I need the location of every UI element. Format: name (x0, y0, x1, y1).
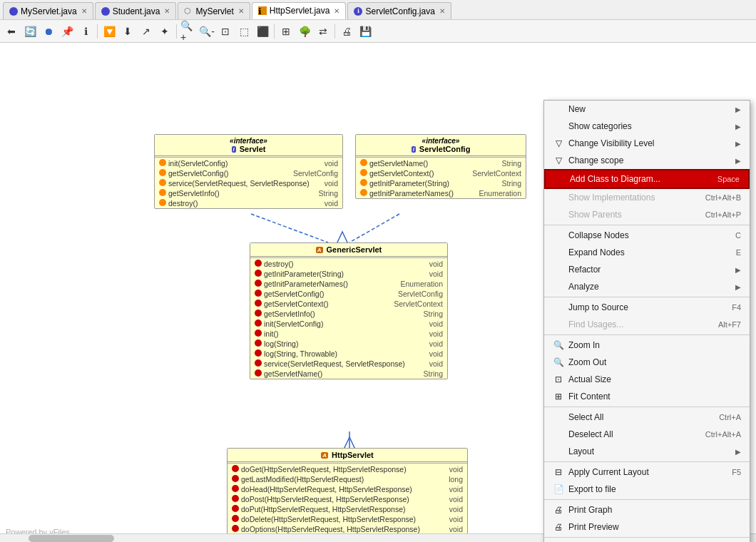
sc-m4-icon (360, 189, 367, 196)
ctx-collapse-nodes[interactable]: Collapse Nodes C (544, 227, 750, 244)
ctx-actual-size[interactable]: ⊡ Actual Size (544, 371, 750, 388)
ctx-fit-content[interactable]: ⊞ Fit Content (544, 388, 750, 405)
ctx-refactor[interactable]: Refactor ▶ (544, 261, 750, 278)
toolbar-zoom-fit-btn[interactable]: ⊡ (217, 23, 234, 40)
toolbar-export-btn[interactable]: ⬚ (235, 23, 252, 40)
toolbar-grid-btn[interactable]: ⊞ (277, 23, 295, 40)
ctx-deselect-all-label: Deselect All (568, 429, 700, 439)
tab-httpservlet-java[interactable]: ℹ HttpServlet.java ✕ (252, 2, 347, 19)
ctx-zoom-in-label: Zoom In (568, 340, 741, 350)
ctx-show-implementations-icon (553, 192, 564, 203)
gs-m6-icon (255, 310, 262, 317)
servletconfig-method-1: getServletName() String (356, 158, 526, 168)
toolbar-refresh-btn[interactable]: 🔄 (21, 23, 39, 40)
toolbar-tree-btn[interactable]: 🌳 (296, 23, 313, 40)
servletconfig-header: «interface» I ServletConfig (356, 135, 526, 156)
tab-myservlet-diagram[interactable]: ⬡ MyServlet ✕ (178, 2, 250, 19)
ctx-print-graph[interactable]: 🖨 Print Graph (544, 501, 750, 518)
toolbar-home-btn[interactable]: ⏺ (40, 23, 57, 40)
ctx-apply-layout[interactable]: ⊟ Apply Current Layout F5 (544, 464, 750, 481)
gs-method-2: getInitParameter(String) void (250, 269, 447, 279)
ctx-fit-content-icon: ⊞ (553, 391, 564, 402)
toolbar-back-btn[interactable]: ⬅ (3, 23, 20, 40)
hs-method-5: doPut(HttpServletRequest, HttpServletRes… (228, 504, 467, 514)
toolbar-btn3[interactable]: ↗ (138, 23, 155, 40)
ctx-layout[interactable]: Layout ▶ (544, 443, 750, 460)
httpservlet-title: HttpServlet (332, 451, 374, 459)
httpservlet-icon: A (321, 452, 328, 459)
ctx-print-preview[interactable]: 🖨 Print Preview (544, 518, 750, 536)
toolbar-import-btn[interactable]: ⬛ (254, 23, 271, 40)
toolbar-layout-btn[interactable]: ⇄ (315, 23, 332, 40)
ctx-refactor-icon (553, 264, 564, 275)
tab-close-servletconfig-java[interactable]: ✕ (439, 7, 445, 15)
servlet-header: «interface» I Servlet (155, 135, 342, 156)
toolbar-btn4[interactable]: ✦ (156, 23, 173, 40)
servlet-class-box[interactable]: «interface» I Servlet init(ServletConfig… (154, 134, 343, 209)
tab-servletconfig-java[interactable]: ℹ ServletConfig.java ✕ (347, 2, 451, 19)
httpservlet-class-box[interactable]: A HttpServlet doGet(HttpServletRequest, … (227, 448, 468, 542)
servlet-method4-icon (159, 189, 166, 196)
gs-m7-icon (255, 319, 262, 327)
tab-label-myservlet-java: MyServlet.java (21, 6, 77, 16)
servletconfig-class-box[interactable]: «interface» I ServletConfig getServletNa… (355, 134, 526, 199)
servletconfig-method-2: getServletContext() ServletContext (356, 168, 526, 178)
ctx-add-class[interactable]: Add Class to Diagram... Space (544, 169, 750, 189)
toolbar-print-btn[interactable]: 🖨 (338, 23, 355, 40)
gs-m1-icon (255, 260, 262, 267)
tab-icon-myservlet-java (9, 7, 18, 16)
genericservlet-class-box[interactable]: A GenericServlet destroy() void getInitP… (250, 242, 448, 379)
tab-close-myservlet-java[interactable]: ✕ (81, 7, 87, 15)
tab-myservlet-java[interactable]: MyServlet.java ✕ (3, 2, 93, 19)
ctx-select-all[interactable]: Select All Ctrl+A (544, 409, 750, 426)
ctx-apply-layout-shortcut: F5 (732, 468, 741, 476)
hscroll-thumb[interactable] (29, 535, 114, 542)
tab-label-myservlet-diagram: MyServlet (195, 6, 233, 16)
toolbar-zoom-out-btn[interactable]: 🔍- (198, 23, 215, 40)
ctx-sep2 (544, 297, 750, 297)
toolbar-zoom-in-btn[interactable]: 🔍+ (180, 23, 197, 40)
ctx-zoom-in[interactable]: 🔍 Zoom In (544, 337, 750, 354)
tab-student-java[interactable]: Student.java ✕ (95, 2, 177, 19)
ctx-expand-nodes-shortcut: E (736, 248, 741, 257)
tab-bar: MyServlet.java ✕ Student.java ✕ ⬡ MyServ… (0, 0, 756, 20)
toolbar-filter-btn[interactable]: 🔽 (101, 23, 118, 40)
ctx-select-all-label: Select All (568, 412, 713, 422)
toolbar-filter2-btn[interactable]: ⬇ (119, 23, 136, 40)
tab-icon-servletconfig-java: ℹ (354, 7, 362, 16)
ctx-collapse-nodes-shortcut: C (735, 231, 741, 240)
ctx-new[interactable]: New ▶ (544, 101, 750, 118)
toolbar-sep1 (97, 24, 98, 39)
ctx-deselect-all[interactable]: Deselect All Ctrl+Alt+A (544, 426, 750, 443)
tab-icon-student-java (101, 7, 110, 16)
ctx-refactor-label: Refactor (568, 265, 735, 275)
ctx-fit-content-label: Fit Content (568, 392, 741, 402)
ctx-zoom-out[interactable]: 🔍 Zoom Out (544, 354, 750, 371)
ctx-zoom-out-icon: 🔍 (553, 357, 564, 368)
ctx-print-graph-label: Print Graph (568, 505, 741, 515)
servletconfig-method-4: getInitParameterNames() Enumeration (356, 188, 526, 198)
gs-m8-icon (255, 329, 262, 337)
httpservlet-header: A HttpServlet (228, 449, 467, 462)
ctx-export-to-file[interactable]: 📄 Export to file (544, 481, 750, 498)
ctx-change-scope-icon: ▽ (553, 155, 564, 166)
toolbar-info-btn[interactable]: ℹ (77, 23, 94, 40)
servlet-method5-icon (159, 199, 166, 206)
tab-close-student-java[interactable]: ✕ (164, 7, 170, 15)
ctx-show-categories[interactable]: Show categories ▶ (544, 118, 750, 135)
toolbar-pin-btn[interactable]: 📌 (58, 23, 76, 40)
ctx-expand-nodes-icon (553, 247, 564, 258)
ctx-expand-nodes[interactable]: Expand Nodes E (544, 244, 750, 261)
ctx-jump-to-source[interactable]: Jump to Source F4 (544, 299, 750, 316)
ctx-analyze[interactable]: Analyze ▶ (544, 278, 750, 295)
tab-close-myservlet-diagram[interactable]: ✕ (238, 7, 244, 15)
ctx-sep7 (544, 537, 750, 538)
tab-close-httpservlet-java[interactable]: ✕ (334, 7, 339, 15)
ctx-show-edge-labels[interactable]: ✓ Show Edge Labels (544, 539, 750, 542)
servletconfig-stereotype: «interface» (360, 137, 521, 145)
ctx-change-visibility[interactable]: ▽ Change Visibility Level ▶ (544, 135, 750, 152)
toolbar-save-btn[interactable]: 💾 (357, 23, 374, 40)
ctx-jump-to-source-icon (553, 302, 564, 313)
gs-m10-icon (255, 349, 262, 357)
ctx-change-scope[interactable]: ▽ Change scope ▶ (544, 152, 750, 169)
